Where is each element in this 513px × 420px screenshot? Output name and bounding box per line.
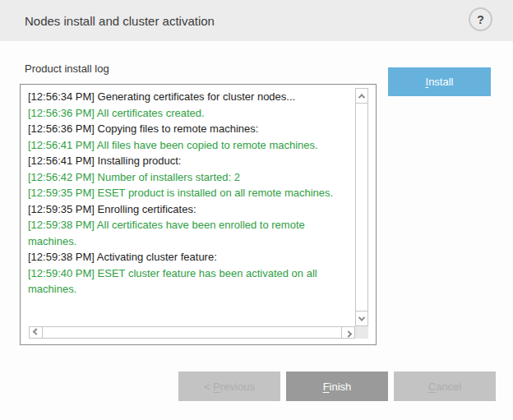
- header: Nodes install and cluster activation ?: [0, 0, 513, 41]
- vertical-scrollbar-track[interactable]: [355, 104, 368, 311]
- log-entry: [12:56:36 PM] Copying files to remote ma…: [28, 121, 351, 137]
- log-entry: [12:59:38 PM] All certificates have been…: [28, 217, 351, 249]
- scrollbar-corner: [355, 326, 368, 339]
- log-entry: [12:56:41 PM] Installing product:: [28, 153, 351, 169]
- question-mark-icon: ?: [477, 13, 484, 26]
- log-entry: [12:56:42 PM] Number of installers start…: [28, 169, 351, 186]
- log-entry: [12:56:41 PM] All files have been copied…: [28, 137, 351, 154]
- log-entry: [12:59:35 PM] ESET product is installed …: [28, 185, 351, 201]
- log-entry: [12:56:34 PM] Generating certificates fo…: [28, 89, 351, 105]
- log-entry: [12:56:36 PM] All certificates created.: [28, 105, 351, 122]
- chevron-up-icon: [358, 94, 365, 100]
- page-title: Nodes install and cluster activation: [25, 0, 215, 41]
- product-install-log-panel: [12:56:34 PM] Generating certificates fo…: [20, 84, 377, 345]
- scroll-left-button[interactable]: [29, 326, 43, 339]
- cancel-button[interactable]: Cancel: [394, 372, 496, 401]
- horizontal-scrollbar-track[interactable]: [43, 326, 341, 339]
- chevron-left-icon: [32, 328, 39, 335]
- scroll-up-button[interactable]: [355, 88, 368, 104]
- scroll-down-button[interactable]: [355, 311, 368, 326]
- finish-button[interactable]: Finish: [286, 372, 388, 401]
- vertical-scrollbar[interactable]: [355, 88, 368, 326]
- log-entries: [12:56:34 PM] Generating certificates fo…: [28, 89, 351, 298]
- log-entry: [12:59:40 PM] ESET cluster feature has b…: [28, 265, 351, 298]
- previous-button[interactable]: < Previous: [178, 372, 280, 401]
- chevron-down-icon: [358, 314, 365, 321]
- help-button[interactable]: ?: [469, 7, 492, 31]
- log-entry: [12:59:38 PM] Activating cluster feature…: [28, 249, 351, 265]
- horizontal-scrollbar[interactable]: [29, 326, 355, 339]
- scroll-right-button[interactable]: [341, 326, 355, 339]
- install-button[interactable]: Install: [388, 67, 491, 96]
- log-label: Product install log: [25, 62, 109, 75]
- log-entry: [12:59:35 PM] Enrolling certificates:: [28, 201, 351, 218]
- chevron-right-icon: [344, 330, 351, 337]
